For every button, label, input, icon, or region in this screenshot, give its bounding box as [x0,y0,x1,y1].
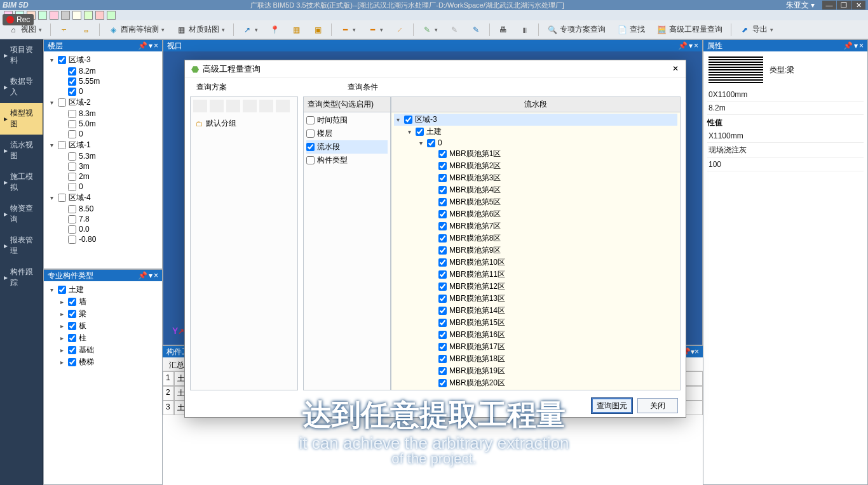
type-checkbox[interactable] [68,358,76,366]
zone-item[interactable]: MBR膜池第6区 [394,208,677,220]
panel-close-icon[interactable]: × [695,347,699,356]
panel-menu-icon[interactable]: ▾ [149,270,153,281]
qat-icon[interactable] [107,11,116,20]
tool-button[interactable]: ━ [363,22,388,37]
zone-checkbox[interactable] [438,367,447,375]
zone-checkbox[interactable] [438,150,447,158]
sidebar-item[interactable]: ▸报表管理 [0,230,43,262]
special-scheme-button[interactable]: 🔍专项方案查询 [543,22,610,37]
zone-item[interactable]: MBR膜池第7区 [394,220,677,232]
tool-button[interactable]: 📍 [265,22,284,37]
panel-menu-icon[interactable]: ▾ [149,40,153,51]
tool-button[interactable]: ✎ [445,22,464,37]
pin-icon[interactable]: 📌 [678,40,688,51]
floor-item[interactable]: 7.8 [57,214,159,224]
floor-checkbox[interactable] [68,67,76,76]
types-tree[interactable]: ▾土建▸墙▸梁▸板▸柱▸基础▸楼梯 [44,281,162,484]
floor-item[interactable]: 8.3m [57,109,159,119]
floor-item[interactable]: 2m [57,171,159,182]
floor-item[interactable]: 0 [57,86,159,96]
zone-item[interactable]: MBR膜池第21区 [394,389,677,390]
zone-item[interactable]: MBR膜池第3区 [394,172,677,184]
pin-icon[interactable]: 📌 [843,40,853,51]
condition-checkbox[interactable] [306,143,315,151]
zone-checkbox[interactable] [438,331,447,339]
floor-item[interactable]: 8.2m [57,66,159,76]
panel-close-icon[interactable]: × [694,40,698,51]
floor-checkbox[interactable] [68,77,76,86]
search-button[interactable]: 📄查找 [613,22,649,37]
zone-checkbox[interactable] [438,222,447,230]
floor-item[interactable]: 5.3m [57,151,159,161]
pin-icon[interactable]: 📌 [138,270,147,281]
zone-item[interactable]: MBR膜池第8区 [394,232,677,244]
tool-button[interactable]: ▣ [308,22,327,37]
sidebar-item[interactable]: ▸施工模拟 [0,166,43,198]
floor-checkbox[interactable] [68,163,76,171]
floor-group[interactable]: ▾区域-1 [46,139,159,151]
type-checkbox[interactable] [68,298,76,306]
type-item[interactable]: ▸柱 [57,332,159,344]
floor-group[interactable]: ▾区域-2 [46,96,159,109]
qat-icon[interactable] [50,11,58,20]
floor-group[interactable]: ▾区域-4 [46,192,159,204]
zone-checkbox[interactable] [438,186,447,194]
zone-checkbox[interactable] [404,116,412,124]
query-button[interactable]: 查询图元 [592,398,632,413]
floor-checkbox[interactable] [68,173,76,181]
zone-item[interactable]: MBR膜池第14区 [394,305,677,317]
zone-checkbox[interactable] [438,174,447,182]
panel-menu-icon[interactable]: ▾ [689,40,693,51]
zone-checkbox[interactable] [438,258,447,267]
condition-item[interactable]: 构件类型 [306,154,388,167]
floor-checkbox[interactable] [58,56,66,64]
tool-button[interactable]: 🖶 [494,22,513,37]
material-menu[interactable]: ▦材质贴图 [172,22,229,37]
floors-tree[interactable]: ▾区域-38.2m5.55m0▾区域-28.3m5.0m0▾区域-15.3m3m… [44,51,162,269]
qat-icon[interactable] [38,11,47,20]
floor-checkbox[interactable] [68,88,76,96]
floor-checkbox[interactable] [68,110,76,118]
zone-level[interactable]: ▾0 [394,138,677,148]
floor-item[interactable]: 0.0 [57,224,159,234]
sidebar-item[interactable]: ▸项目资料 [0,39,43,71]
export-menu[interactable]: ⬈导出 [735,22,778,37]
zone-root[interactable]: ▾区域-3 [394,114,677,126]
qat-icon[interactable] [95,11,104,20]
floor-item[interactable]: 5.55m [57,76,159,86]
type-item[interactable]: ▸板 [57,320,159,332]
close-button[interactable]: 关闭 [637,398,678,413]
refresh-icon[interactable] [276,100,290,112]
floor-checkbox[interactable] [68,236,76,244]
floor-checkbox[interactable] [68,225,76,234]
zone-item[interactable]: MBR膜池第2区 [394,160,677,172]
zone-checkbox[interactable] [438,198,447,206]
qat-icon[interactable] [72,11,81,20]
adv-query-button[interactable]: 🧮高级工程量查询 [652,22,727,37]
zone-item[interactable]: MBR膜池第9区 [394,244,677,256]
paste-icon[interactable] [226,100,240,112]
type-checkbox[interactable] [58,286,66,294]
floor-checkbox[interactable] [68,120,76,128]
zone-item[interactable]: MBR膜池第1区 [394,148,677,160]
condition-item[interactable]: 时间范围 [306,114,388,127]
dialog-close-icon[interactable]: ✕ [670,64,681,74]
zone-checkbox[interactable] [438,295,447,303]
condition-checkbox[interactable] [306,116,315,124]
zone-checkbox[interactable] [416,128,424,136]
floor-checkbox[interactable] [68,183,76,191]
sidebar-item[interactable]: ▸模型视图 [0,103,43,135]
type-item[interactable]: ▸基础 [57,344,159,356]
scheme-group[interactable]: 🗀 默认分组 [194,117,294,130]
panel-close-icon[interactable]: × [154,270,158,281]
copy-icon[interactable] [210,100,224,112]
zone-checkbox[interactable] [438,234,447,242]
type-item[interactable]: ▸墙 [57,296,159,308]
type-checkbox[interactable] [68,322,76,330]
sw-axis-menu[interactable]: ◈西南等轴测 [104,22,169,37]
close-button[interactable]: ✕ [851,1,865,10]
floor-checkbox[interactable] [68,130,76,138]
zone-checkbox[interactable] [438,307,447,315]
zone-category[interactable]: ▾土建 [394,126,677,138]
panel-close-icon[interactable]: × [859,40,864,51]
